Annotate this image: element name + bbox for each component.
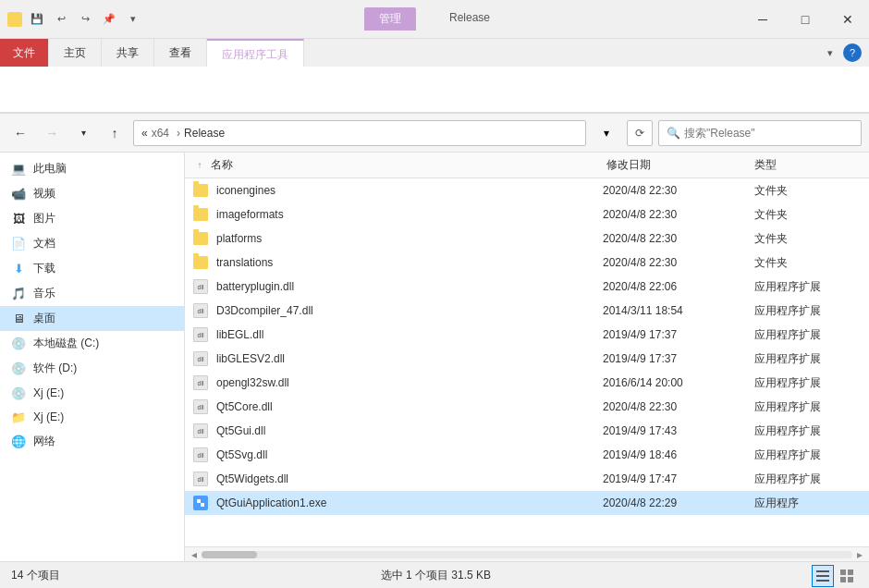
- svg-rect-6: [840, 570, 846, 575]
- qat-undo-btn[interactable]: ↩: [52, 10, 70, 29]
- table-row[interactable]: QtGuiApplication1.exe 2020/4/8 22:29 应用程…: [185, 491, 869, 515]
- file-type: 文件夹: [751, 231, 862, 247]
- refresh-btn[interactable]: ⟳: [627, 120, 653, 146]
- file-type: 应用程序扩展: [751, 303, 862, 319]
- xj-e2-icon: 📁: [11, 410, 26, 424]
- qat-pin-btn[interactable]: 📌: [100, 10, 118, 29]
- file-date: 2016/6/14 20:00: [599, 376, 747, 389]
- table-row[interactable]: translations 2020/4/8 22:30 文件夹: [185, 251, 869, 275]
- desktop-icon: 🖥: [11, 312, 26, 326]
- table-row[interactable]: dll Qt5Svg.dll 2019/4/9 18:46 应用程序扩展: [185, 443, 869, 467]
- file-date: 2020/4/8 22:06: [599, 280, 747, 293]
- title-bar-left: 💾 ↩ ↪ 📌 ▾: [0, 10, 150, 29]
- breadcrumb-root: «: [141, 127, 148, 140]
- table-row[interactable]: platforms 2020/4/8 22:30 文件夹: [185, 227, 869, 251]
- sidebar-item-documents[interactable]: 📄 文档: [0, 231, 184, 256]
- table-row[interactable]: imageformats 2020/4/8 22:30 文件夹: [185, 202, 869, 227]
- hscroll-thumb[interactable]: [202, 551, 257, 558]
- file-name: D3Dcompiler_47.dll: [213, 304, 595, 317]
- table-row[interactable]: iconengines 2020/4/8 22:30 文件夹: [185, 178, 869, 202]
- forward-btn[interactable]: →: [39, 120, 65, 146]
- app-icon: [7, 12, 22, 27]
- table-row[interactable]: dll Qt5Gui.dll 2019/4/9 17:43 应用程序扩展: [185, 419, 869, 443]
- svg-rect-8: [840, 577, 846, 582]
- sidebar-item-video[interactable]: 📹 视频: [0, 181, 184, 206]
- table-row[interactable]: dll Qt5Core.dll 2020/4/8 22:30 应用程序扩展: [185, 395, 869, 419]
- minimize-btn[interactable]: ─: [741, 0, 784, 39]
- qat-save-btn[interactable]: 💾: [28, 10, 46, 29]
- sidebar-item-drive-xj[interactable]: 💿 Xj (E:): [0, 381, 184, 405]
- tab-apptools[interactable]: 应用程序工具: [207, 39, 304, 67]
- svg-rect-3: [816, 570, 829, 572]
- ribbon-collapse-btn[interactable]: ▾: [821, 43, 839, 62]
- hscroll-right-btn[interactable]: ▸: [852, 548, 867, 561]
- sidebar-label-drive-d: 软件 (D:): [33, 361, 77, 376]
- view-buttons: [812, 565, 858, 587]
- tab-view[interactable]: 查看: [154, 39, 207, 67]
- search-input[interactable]: [684, 127, 853, 140]
- address-path[interactable]: « x64 › Release: [133, 120, 586, 146]
- search-box[interactable]: 🔍: [658, 120, 862, 146]
- dll-icon: dll: [192, 302, 209, 319]
- hscroll-left-btn[interactable]: ◂: [187, 548, 202, 561]
- file-date: 2020/4/8 22:30: [599, 400, 747, 413]
- sidebar-item-music[interactable]: 🎵 音乐: [0, 281, 184, 306]
- file-list-header: ↑ 名称 修改日期 类型: [185, 153, 869, 178]
- sidebar-item-this-pc[interactable]: 💻 此电脑: [0, 156, 184, 181]
- col-header-date[interactable]: 修改日期: [603, 157, 751, 173]
- music-icon: 🎵: [11, 287, 26, 301]
- close-btn[interactable]: ✕: [826, 0, 869, 39]
- sidebar-label-local-c: 本地磁盘 (C:): [33, 336, 99, 351]
- tab-file[interactable]: 文件: [0, 39, 49, 67]
- sidebar-item-xj-e2[interactable]: 📁 Xj (E:): [0, 405, 184, 429]
- title-bar: 💾 ↩ ↪ 📌 ▾ 管理 Release ─ □ ✕: [0, 0, 869, 39]
- file-name: libGLESV2.dll: [213, 352, 595, 365]
- file-date: 2020/4/8 22:29: [599, 496, 747, 509]
- pictures-icon: 🖼: [11, 212, 26, 227]
- sidebar-item-local-c[interactable]: 💿 本地磁盘 (C:): [0, 331, 184, 356]
- dll-icon: dll: [192, 374, 209, 391]
- file-list-body: iconengines 2020/4/8 22:30 文件夹 imageform…: [185, 178, 869, 546]
- sidebar-item-network[interactable]: 🌐 网络: [0, 429, 184, 454]
- ribbon: 文件 主页 共享 查看 应用程序工具 ▾ ?: [0, 39, 869, 114]
- file-type: 应用程序扩展: [751, 351, 862, 367]
- table-row[interactable]: dll opengl32sw.dll 2016/6/14 20:00 应用程序扩…: [185, 371, 869, 395]
- folder-icon: [192, 230, 209, 247]
- table-row[interactable]: dll D3Dcompiler_47.dll 2014/3/11 18:54 应…: [185, 299, 869, 323]
- col-header-name[interactable]: 名称: [207, 157, 603, 173]
- ribbon-tabs: 文件 主页 共享 查看 应用程序工具 ▾ ?: [0, 39, 869, 67]
- sidebar-item-drive-d[interactable]: 💿 软件 (D:): [0, 356, 184, 381]
- qat-redo-btn[interactable]: ↪: [76, 10, 94, 29]
- view-tiles-btn[interactable]: [836, 565, 858, 587]
- back-btn[interactable]: ←: [7, 120, 33, 146]
- horizontal-scrollbar[interactable]: ◂ ▸: [185, 546, 869, 561]
- file-type: 应用程序扩展: [751, 472, 862, 487]
- file-type: 文件夹: [751, 183, 862, 199]
- file-date: 2019/4/9 17:47: [599, 472, 747, 485]
- file-name: Qt5Gui.dll: [213, 424, 595, 437]
- recent-locations-btn[interactable]: ▾: [70, 120, 96, 146]
- view-details-btn[interactable]: [812, 565, 834, 587]
- title-center: 管理 Release: [364, 7, 505, 31]
- table-row[interactable]: dll batteryplugin.dll 2020/4/8 22:06 应用程…: [185, 275, 869, 299]
- qat-more-btn[interactable]: ▾: [124, 10, 142, 29]
- manage-tab[interactable]: 管理: [364, 7, 416, 31]
- table-row[interactable]: dll libGLESV2.dll 2019/4/9 17:37 应用程序扩展: [185, 347, 869, 371]
- sidebar-item-pictures[interactable]: 🖼 图片: [0, 206, 184, 231]
- sidebar-label-video: 视频: [33, 186, 55, 202]
- up-btn[interactable]: ↑: [102, 120, 128, 146]
- table-row[interactable]: dll libEGL.dll 2019/4/9 17:37 应用程序扩展: [185, 323, 869, 347]
- sidebar-item-downloads[interactable]: ⬇ 下载: [0, 256, 184, 281]
- folder-icon: [192, 182, 209, 199]
- col-header-type[interactable]: 类型: [751, 157, 862, 173]
- file-name: libEGL.dll: [213, 328, 595, 341]
- file-date: 2019/4/9 17:43: [599, 424, 747, 437]
- maximize-btn[interactable]: □: [784, 0, 826, 39]
- svg-rect-5: [816, 580, 829, 582]
- dropdown-btn[interactable]: ▾: [592, 127, 621, 140]
- sidebar-item-desktop[interactable]: 🖥 桌面: [0, 306, 184, 331]
- tab-share[interactable]: 共享: [102, 39, 154, 67]
- table-row[interactable]: dll Qt5Widgets.dll 2019/4/9 17:47 应用程序扩展: [185, 467, 869, 491]
- tab-home[interactable]: 主页: [49, 39, 102, 67]
- help-btn[interactable]: ?: [843, 43, 862, 62]
